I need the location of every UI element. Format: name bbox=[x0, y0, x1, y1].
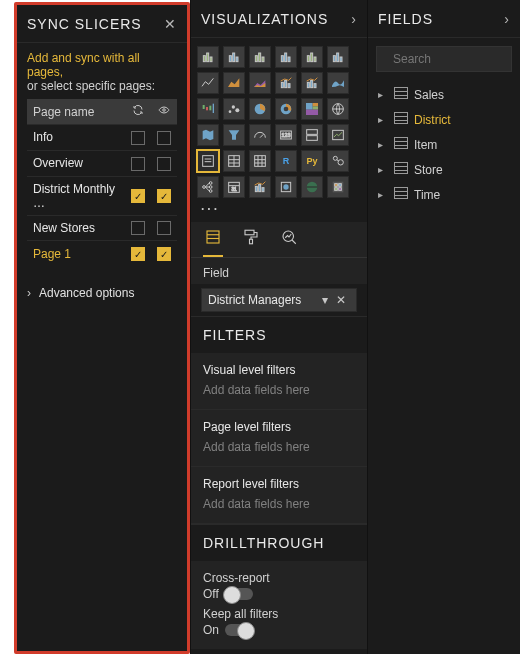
chevron-right-icon[interactable]: › bbox=[351, 11, 357, 27]
svg-rect-4 bbox=[229, 56, 231, 62]
visible-checkbox[interactable] bbox=[157, 189, 171, 203]
viz-more-button[interactable]: ··· bbox=[191, 200, 367, 222]
sync-checkbox[interactable] bbox=[131, 247, 145, 261]
page-name: Overview bbox=[27, 150, 125, 176]
viz-stacked-column-icon[interactable] bbox=[223, 46, 245, 68]
viz-ribbon-icon[interactable] bbox=[327, 72, 349, 94]
remove-field-icon[interactable]: ✕ bbox=[332, 293, 350, 307]
viz-line-chart-2-icon[interactable] bbox=[249, 176, 271, 198]
visual-filters-label: Visual level filters bbox=[203, 359, 355, 381]
viz-clustered-bar-icon[interactable] bbox=[249, 46, 271, 68]
field-table-store[interactable]: ▸Store bbox=[374, 157, 514, 182]
viz-treemap-icon[interactable] bbox=[301, 98, 323, 120]
page-name: New Stores bbox=[27, 215, 125, 241]
keep-filters-toggle[interactable]: On bbox=[203, 623, 253, 637]
chevron-down-icon[interactable]: ▾ bbox=[318, 293, 332, 307]
visible-checkbox[interactable] bbox=[157, 157, 171, 171]
page-level-filters[interactable]: Page level filters Add data fields here bbox=[191, 410, 367, 467]
field-chip[interactable]: District Managers ▾ ✕ bbox=[201, 288, 357, 312]
viz-gauge-icon[interactable] bbox=[249, 124, 271, 146]
viz-table-icon[interactable] bbox=[223, 150, 245, 172]
viz-area-icon[interactable] bbox=[223, 72, 245, 94]
viz-100-column-icon[interactable] bbox=[327, 46, 349, 68]
viz-shape-icon[interactable] bbox=[275, 176, 297, 198]
viz-decomposition-icon[interactable] bbox=[197, 176, 219, 198]
sync-checkbox[interactable] bbox=[131, 189, 145, 203]
svg-rect-82 bbox=[335, 184, 338, 187]
report-level-filters[interactable]: Report level filters Add data fields her… bbox=[191, 467, 367, 524]
analytics-icon bbox=[279, 228, 299, 246]
viz-card-icon[interactable]: 123 bbox=[275, 124, 297, 146]
viz-clustered-column-icon[interactable] bbox=[275, 46, 297, 68]
drillthrough-section: Cross-report Off Keep all filters On bbox=[191, 561, 367, 649]
close-icon[interactable]: ✕ bbox=[164, 16, 177, 32]
svg-rect-6 bbox=[236, 57, 238, 62]
field-table-time[interactable]: ▸Time bbox=[374, 182, 514, 207]
svg-rect-14 bbox=[311, 53, 313, 62]
viz-calendar-icon[interactable]: 31 bbox=[223, 176, 245, 198]
advanced-options-toggle[interactable]: › Advanced options bbox=[17, 276, 187, 310]
svg-rect-18 bbox=[340, 57, 342, 62]
fields-search-input[interactable] bbox=[391, 51, 520, 67]
field-table-name: Sales bbox=[414, 88, 444, 102]
viz-pie-icon[interactable] bbox=[249, 98, 271, 120]
viz-custom-visual-icon[interactable] bbox=[327, 176, 349, 198]
svg-point-79 bbox=[283, 184, 288, 189]
viz-waterfall-icon[interactable] bbox=[197, 98, 219, 120]
field-table-name: Time bbox=[414, 188, 440, 202]
viz-100-bar-icon[interactable] bbox=[301, 46, 323, 68]
svg-point-65 bbox=[203, 186, 206, 189]
viz-stacked-area-icon[interactable] bbox=[249, 72, 271, 94]
viz-multi-row-card-icon[interactable] bbox=[301, 124, 323, 146]
sync-checkbox[interactable] bbox=[131, 157, 145, 171]
tab-fields[interactable] bbox=[203, 228, 223, 257]
sync-slicers-body: Add and sync with all pages, or select s… bbox=[17, 43, 187, 276]
cross-report-toggle[interactable]: Off bbox=[203, 587, 253, 601]
chevron-right-icon: ▸ bbox=[378, 114, 388, 125]
viz-map-icon[interactable] bbox=[327, 98, 349, 120]
svg-rect-1 bbox=[203, 56, 205, 62]
field-table-district[interactable]: ▸District bbox=[374, 107, 514, 132]
viz-scatter-icon[interactable] bbox=[223, 98, 245, 120]
viz-line-stacked-icon[interactable] bbox=[275, 72, 297, 94]
svg-rect-22 bbox=[281, 82, 283, 87]
chevron-right-icon[interactable]: › bbox=[504, 11, 510, 27]
svg-rect-12 bbox=[288, 57, 290, 62]
sync-icon bbox=[132, 104, 144, 116]
viz-donut-icon[interactable] bbox=[275, 98, 297, 120]
tab-analytics[interactable] bbox=[279, 228, 299, 257]
visual-level-filters[interactable]: Visual level filters Add data fields her… bbox=[191, 353, 367, 410]
sync-slicers-header: SYNC SLICERS ✕ bbox=[17, 5, 187, 43]
visualizations-title: VISUALIZATIONS bbox=[201, 11, 351, 27]
svg-rect-39 bbox=[313, 103, 318, 106]
sync-checkbox[interactable] bbox=[131, 131, 145, 145]
viz-line-clustered-icon[interactable] bbox=[301, 72, 323, 94]
keep-filters-value: On bbox=[203, 623, 219, 637]
visible-checkbox[interactable] bbox=[157, 221, 171, 235]
svg-rect-11 bbox=[285, 53, 287, 62]
viz-r-visual-icon[interactable]: R bbox=[275, 150, 297, 172]
visible-checkbox[interactable] bbox=[157, 131, 171, 145]
viz-funnel-icon[interactable] bbox=[223, 124, 245, 146]
sync-checkbox[interactable] bbox=[131, 221, 145, 235]
field-table-sales[interactable]: ▸Sales bbox=[374, 82, 514, 107]
viz-python-visual-icon[interactable]: Py bbox=[301, 150, 323, 172]
field-table-item[interactable]: ▸Item bbox=[374, 132, 514, 157]
viz-stacked-bar-icon[interactable] bbox=[197, 46, 219, 68]
page-table: Page name bbox=[27, 99, 177, 266]
svg-point-32 bbox=[229, 110, 232, 113]
viz-line-icon[interactable] bbox=[197, 72, 219, 94]
visible-checkbox[interactable] bbox=[157, 247, 171, 261]
viz-filled-map-icon[interactable] bbox=[197, 124, 219, 146]
viz-kpi-icon[interactable] bbox=[327, 124, 349, 146]
svg-rect-89 bbox=[245, 230, 254, 235]
fields-tab-icon bbox=[203, 228, 223, 246]
viz-matrix-icon[interactable] bbox=[249, 150, 271, 172]
viz-slicer-icon[interactable] bbox=[197, 150, 219, 172]
svg-rect-47 bbox=[307, 130, 318, 135]
tab-format[interactable] bbox=[241, 228, 261, 257]
svg-rect-24 bbox=[288, 84, 290, 88]
viz-arcgis-icon[interactable] bbox=[301, 176, 323, 198]
fields-search[interactable] bbox=[376, 46, 512, 72]
viz-key-influencers-icon[interactable] bbox=[327, 150, 349, 172]
